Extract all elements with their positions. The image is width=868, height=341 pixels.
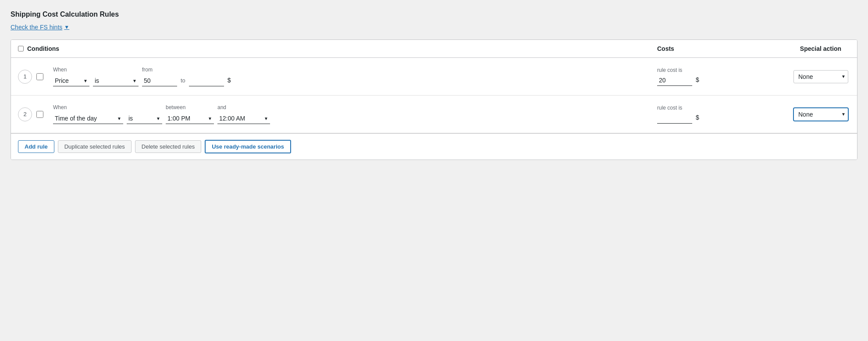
table-row: 2 When Price Weight Quantity Distance Ti…	[11, 96, 857, 133]
delete-rules-button[interactable]: Delete selected rules	[135, 140, 201, 153]
row2-special: None Free shipping Reject ▼	[754, 108, 850, 121]
row1-special-select[interactable]: None Free shipping Reject	[793, 70, 848, 83]
row1-cost-field-row: $	[657, 75, 754, 86]
row1-to-group	[189, 75, 224, 86]
fs-hints-link[interactable]: Check the FS hints ▼	[11, 24, 69, 31]
row1-to-label: to	[181, 77, 185, 86]
row2-to-time-select[interactable]: 12:00 AM 1:00 AM 2:00 AM 3:00 AM 4:00 AM…	[217, 113, 270, 124]
row1-conditions: When Price Weight Quantity Distance ▼ is…	[53, 67, 657, 86]
row2-cost-field-row: $	[657, 113, 754, 124]
row1-operator-group: is is not greater than less than ▼	[93, 75, 139, 86]
row1-operator-select[interactable]: is is not greater than less than	[93, 75, 139, 86]
row1-condition-select[interactable]: Price Weight Quantity Distance	[53, 75, 89, 86]
row1-when-label: When	[53, 67, 89, 73]
row1-condition-select-wrapper: Price Weight Quantity Distance ▼	[53, 75, 89, 86]
row1-costs: rule cost is $	[657, 67, 754, 86]
row2-from-time-select[interactable]: 12:00 AM 1:00 AM 2:00 AM 3:00 AM 4:00 AM…	[166, 113, 214, 124]
table-row: 1 When Price Weight Quantity Distance ▼	[11, 58, 857, 96]
page-title: Shipping Cost Calculation Rules	[11, 11, 857, 18]
fs-hints-text: Check the FS hints	[11, 24, 62, 31]
row2-and-group: and 12:00 AM 1:00 AM 2:00 AM 3:00 AM 4:0…	[217, 104, 270, 124]
row2-when-group: When Price Weight Quantity Distance Time…	[53, 104, 123, 124]
row1-left: 1	[18, 70, 53, 84]
row2-when-label: When	[53, 104, 123, 110]
row2-operator-select-wrapper: is is not between ▼	[127, 113, 162, 124]
table-header: Conditions Costs Special action	[11, 40, 857, 58]
row2-left: 2	[18, 107, 53, 121]
row2-between-label: between	[166, 104, 214, 110]
duplicate-rules-button[interactable]: Duplicate selected rules	[58, 140, 132, 153]
row1-from-label: from	[142, 67, 177, 73]
header-checkbox-area: Conditions	[18, 45, 53, 52]
row1-special-select-wrapper: None Free shipping Reject ▼	[793, 70, 848, 83]
row1-cost-label: rule cost is	[657, 67, 754, 73]
row1-operator-select-wrapper: is is not greater than less than ▼	[93, 75, 139, 86]
row2-cost-input[interactable]	[657, 113, 692, 124]
row1-from-input[interactable]	[142, 75, 177, 86]
special-action-header-label: Special action	[754, 45, 850, 52]
footer-actions: Add rule Duplicate selected rules Delete…	[11, 133, 857, 160]
row1-to-input[interactable]	[189, 75, 224, 86]
row2-condition-select-wrapper: Price Weight Quantity Distance Time of t…	[53, 113, 123, 124]
row2-and-label: and	[217, 104, 270, 110]
row2-cost-currency: $	[696, 114, 699, 124]
row2-conditions: When Price Weight Quantity Distance Time…	[53, 104, 657, 124]
row1-currency-label: $	[228, 77, 231, 86]
row2-special-select-wrapper: None Free shipping Reject ▼	[793, 108, 848, 121]
fs-hints-arrow-icon: ▼	[64, 24, 69, 30]
row2-checkbox[interactable]	[36, 111, 43, 118]
conditions-header-label: Conditions	[27, 45, 59, 52]
row1-cost-currency: $	[696, 76, 699, 86]
rules-table: Conditions Costs Special action 1 When P…	[11, 39, 857, 160]
costs-header-label: Costs	[657, 45, 754, 52]
row2-between-group: between 12:00 AM 1:00 AM 2:00 AM 3:00 AM…	[166, 104, 214, 124]
row2-from-time-wrapper: 12:00 AM 1:00 AM 2:00 AM 3:00 AM 4:00 AM…	[166, 113, 214, 124]
row1-from-group: from	[142, 67, 177, 86]
row1-cost-input[interactable]	[657, 75, 692, 86]
row2-costs: rule cost is $	[657, 105, 754, 124]
use-scenarios-button[interactable]: Use ready-made scenarios	[205, 140, 291, 153]
select-all-checkbox[interactable]	[18, 45, 24, 52]
row2-operator-group: is is not between ▼	[127, 113, 162, 124]
row1-special: None Free shipping Reject ▼	[754, 70, 850, 83]
row2-special-select[interactable]: None Free shipping Reject	[793, 108, 848, 121]
row2-cost-label: rule cost is	[657, 105, 754, 111]
row2-number: 2	[18, 107, 32, 121]
row2-to-time-wrapper: 12:00 AM 1:00 AM 2:00 AM 3:00 AM 4:00 AM…	[217, 113, 270, 124]
row2-operator-select[interactable]: is is not between	[127, 113, 162, 124]
add-rule-button[interactable]: Add rule	[18, 140, 54, 153]
row1-when-group: When Price Weight Quantity Distance ▼	[53, 67, 89, 86]
row2-condition-select[interactable]: Price Weight Quantity Distance Time of t…	[53, 113, 123, 124]
row1-number: 1	[18, 70, 32, 84]
row1-checkbox[interactable]	[36, 73, 43, 80]
